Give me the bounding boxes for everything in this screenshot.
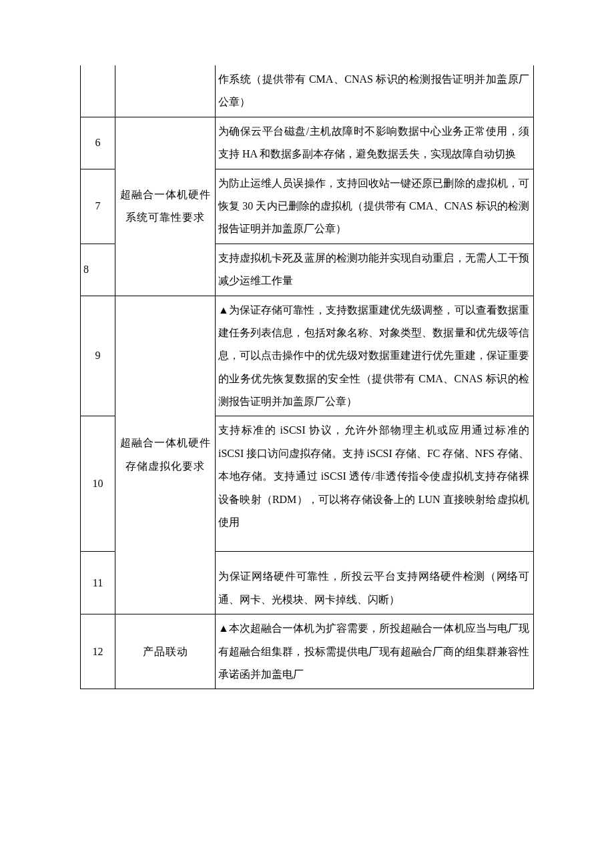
row-description-text: 为确保云平台磁盘/主机故障时不影响数据中心业务正常使用，须支持 HA 和数据多副…	[218, 125, 529, 159]
row-number-text: 8	[83, 264, 89, 275]
row-description: ▲本次超融合一体机为扩容需要，所投超融合一体机应当与电厂现有超融合组集群，投标需…	[216, 614, 534, 689]
row-category: 超融合一体机硬件系统可靠性要求	[115, 117, 216, 296]
table-row: 9 超融合一体机硬件存储虚拟化要求 ▲为保证存储可靠性，支持数据重建优先级调整，…	[81, 296, 534, 416]
row-number: 8	[81, 244, 115, 296]
row-description-text: ▲为保证存储可靠性，支持数据重建优先级调整，可以查看数据重建任务列表信息，包括对…	[218, 304, 529, 408]
row-category: 超融合一体机硬件存储虚拟化要求	[115, 296, 216, 614]
row-category: 产品联动	[115, 614, 216, 689]
row-description: 为保证网络硬件可靠性，所投云平台支持网络硬件检测（网络可通、网卡、光模块、网卡掉…	[216, 552, 534, 614]
row-description: 支持标准的 iSCSI 协议，允许外部物理主机或应用通过标准的 iSCSI 接口…	[216, 416, 534, 552]
row-description-text: 为保证网络硬件可靠性，所投云平台支持网络硬件检测（网络可通、网卡、光模块、网卡掉…	[218, 570, 529, 604]
spec-table: 作系统（提供带有 CMA、CNAS 标识的检测报告证明并加盖原厂公章） 6 超融…	[80, 65, 534, 689]
row-number-text: 11	[93, 577, 103, 588]
table-row: 6 超融合一体机硬件系统可靠性要求 为确保云平台磁盘/主机故障时不影响数据中心业…	[81, 117, 534, 169]
table-row: 作系统（提供带有 CMA、CNAS 标识的检测报告证明并加盖原厂公章）	[81, 65, 534, 117]
document-page: 作系统（提供带有 CMA、CNAS 标识的检测报告证明并加盖原厂公章） 6 超融…	[0, 0, 614, 763]
row-number-text: 7	[95, 200, 101, 211]
row-number: 12	[81, 614, 115, 689]
row-description-text: ▲本次超融合一体机为扩容需要，所投超融合一体机应当与电厂现有超融合组集群，投标需…	[218, 622, 529, 680]
row-category-text: 超融合一体机硬件系统可靠性要求	[120, 189, 211, 223]
row-number-text: 12	[93, 646, 103, 657]
row-description-text: 支持标准的 iSCSI 协议，允许外部物理主机或应用通过标准的 iSCSI 接口…	[218, 424, 529, 528]
row-category-text: 超融合一体机硬件存储虚拟化要求	[120, 437, 211, 471]
row-description-text: 支持虚拟机卡死及蓝屏的检测功能并实现自动重启，无需人工干预减少运维工作量	[218, 252, 529, 286]
row-description: ▲为保证存储可靠性，支持数据重建优先级调整，可以查看数据重建任务列表信息，包括对…	[216, 296, 534, 416]
row-number: 11	[81, 552, 115, 614]
row-description: 支持虚拟机卡死及蓝屏的检测功能并实现自动重启，无需人工干预减少运维工作量	[216, 244, 534, 296]
row-category-text: 产品联动	[143, 646, 188, 657]
row-description-text: 为防止运维人员误操作，支持回收站一键还原已删除的虚拟机，可恢复 30 天内已删除…	[218, 177, 529, 235]
row-description: 作系统（提供带有 CMA、CNAS 标识的检测报告证明并加盖原厂公章）	[216, 65, 534, 117]
row-number: 10	[81, 416, 115, 552]
row-number: 6	[81, 117, 115, 169]
row-number: 9	[81, 296, 115, 416]
row-description: 为确保云平台磁盘/主机故障时不影响数据中心业务正常使用，须支持 HA 和数据多副…	[216, 117, 534, 169]
row-description-text: 作系统（提供带有 CMA、CNAS 标识的检测报告证明并加盖原厂公章）	[218, 73, 529, 107]
row-number-text: 6	[95, 137, 101, 148]
table-row: 12 产品联动 ▲本次超融合一体机为扩容需要，所投超融合一体机应当与电厂现有超融…	[81, 614, 534, 689]
row-number: 7	[81, 169, 115, 244]
row-number	[81, 65, 115, 117]
row-number-text: 9	[95, 350, 101, 361]
row-description: 为防止运维人员误操作，支持回收站一键还原已删除的虚拟机，可恢复 30 天内已删除…	[216, 169, 534, 244]
row-number-text: 10	[93, 478, 103, 489]
row-category	[115, 65, 216, 117]
